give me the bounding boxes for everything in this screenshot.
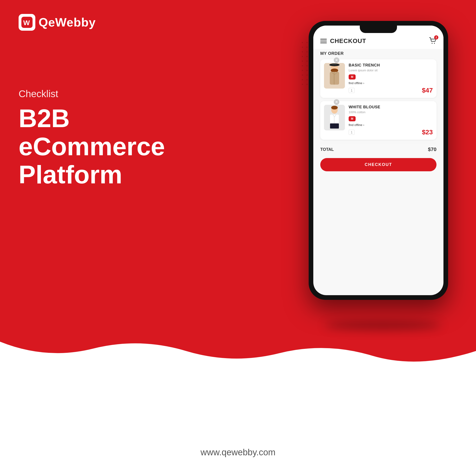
- cart-icon-wrap[interactable]: 2: [429, 37, 437, 45]
- logo-area: W QeWebby: [18, 14, 96, 31]
- hamburger-line-2: [320, 41, 327, 41]
- checkout-button[interactable]: CHECKOUT: [320, 158, 437, 171]
- price-1: $47: [422, 87, 433, 94]
- product-name-1: BASIC TRENCH: [349, 63, 433, 68]
- svg-point-13: [331, 106, 338, 109]
- phone-frame: CHECKOUT 2 MY ORDER ✕: [309, 21, 448, 300]
- cart-badge: 2: [434, 35, 438, 39]
- svg-rect-8: [332, 64, 337, 65]
- svg-text:W: W: [23, 19, 30, 27]
- total-amount: $70: [428, 146, 437, 153]
- qty-2[interactable]: 1: [349, 130, 355, 135]
- remove-btn-2[interactable]: ✕: [334, 99, 339, 105]
- qty-1[interactable]: 1: [349, 88, 355, 93]
- total-row: TOTAL $70: [320, 143, 437, 156]
- product-footer-1: 1 $47: [349, 87, 433, 94]
- product-img-2: [324, 105, 345, 130]
- svg-rect-11: [334, 72, 334, 85]
- svg-point-9: [331, 68, 338, 72]
- product-info-1: BASIC TRENCH Lorem ipsum dolor sit M fin…: [349, 63, 433, 94]
- price-2: $23: [422, 129, 433, 136]
- svg-rect-16: [330, 123, 339, 129]
- title-line2: Platform: [18, 160, 122, 189]
- product-info-2: WHITE BLOUSE 100% cotton M find offline …: [349, 105, 433, 136]
- app-title: CHECKOUT: [330, 37, 366, 45]
- phone-notch: [360, 26, 397, 33]
- phone-container: CHECKOUT 2 MY ORDER ✕: [309, 21, 458, 323]
- size-badge-2: M: [349, 116, 356, 121]
- remove-btn-1[interactable]: ✕: [334, 57, 339, 63]
- product-footer-2: 1 $23: [349, 129, 433, 136]
- logo-icon: W: [18, 14, 35, 31]
- product-img-1: [324, 63, 345, 88]
- logo-text: QeWebby: [39, 15, 96, 29]
- header-left: CHECKOUT: [320, 37, 366, 45]
- svg-point-4: [432, 43, 433, 44]
- title-line1: B2B eCommerce: [18, 104, 165, 161]
- hamburger-line-3: [320, 43, 327, 43]
- find-offline-2[interactable]: find offline: [349, 123, 433, 127]
- total-label: TOTAL: [320, 147, 334, 152]
- phone-shadow: [325, 321, 441, 330]
- product-card-2: ✕: [320, 101, 437, 140]
- hamburger-menu[interactable]: [320, 39, 327, 43]
- find-offline-1[interactable]: find offline: [349, 81, 433, 85]
- section-label: MY ORDER: [320, 51, 437, 56]
- checklist-label: Checklist: [18, 88, 177, 100]
- footer-url: www.qewebby.com: [201, 447, 275, 458]
- product-card-1: ✕: [320, 59, 437, 98]
- product-name-2: WHITE BLOUSE: [349, 105, 433, 109]
- app-content: MY ORDER ✕: [313, 49, 443, 174]
- left-content: Checklist B2B eCommerce Platform: [18, 88, 177, 188]
- hamburger-line-1: [320, 39, 327, 39]
- svg-point-5: [434, 43, 435, 44]
- main-title: B2B eCommerce Platform: [18, 104, 177, 188]
- phone-screen: CHECKOUT 2 MY ORDER ✕: [313, 26, 443, 295]
- size-badge-1: M: [349, 74, 356, 80]
- product-desc-2: 100% cotton: [349, 110, 433, 114]
- product-desc-1: Lorem ipsum dolor sit: [349, 68, 433, 72]
